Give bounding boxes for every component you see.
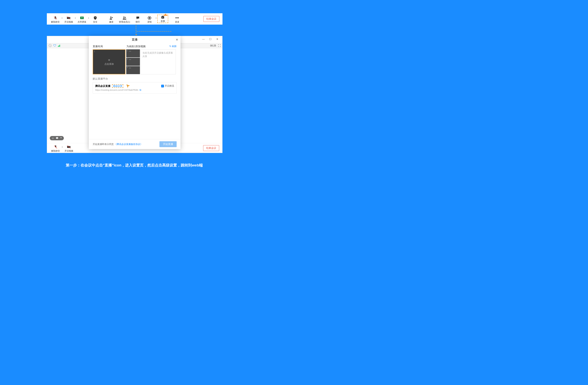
info-icon[interactable]: ⓘ (49, 44, 52, 48)
chat-button[interactable]: 聊天 (132, 15, 143, 23)
modal-title-text: 直播 (132, 38, 138, 41)
layout-slot-3[interactable]: 3••• (126, 58, 140, 66)
agreement-text: 开始直播即表示同意 《腾讯会议直播服务协议》 (93, 143, 143, 146)
mic-muted-icon (53, 145, 58, 149)
security-label: 安全 (93, 21, 97, 23)
terms-link[interactable]: 《腾讯会议直播服务协议》 (114, 143, 143, 146)
live-label: 直播 (161, 20, 165, 23)
refresh-button[interactable]: ↻ 刷新 (169, 45, 177, 48)
chat-icon (135, 16, 140, 20)
invite-icon (109, 16, 114, 20)
svg-rect-12 (67, 146, 69, 148)
camera-off-icon (66, 145, 71, 149)
svg-rect-2 (67, 17, 69, 19)
platform-section-label: 默认直播平台 (93, 77, 177, 81)
signal-icon (58, 45, 60, 47)
step-caption: 第一步：在会议中点击"直播"icon，进入设置页，然后点击高级设置，跳转到web… (0, 163, 269, 168)
mic-muted-icon (53, 16, 58, 20)
window-controls[interactable]: — ☐ ✕ (202, 38, 220, 41)
enable-push-checkbox[interactable]: ✓ 开启推流 (161, 84, 174, 88)
copy-icon[interactable]: ⧉ (140, 89, 141, 91)
start-live-button[interactable]: 开始直播 (159, 141, 177, 147)
svg-point-5 (110, 17, 111, 18)
layout-slot-2[interactable]: 2••• (126, 49, 140, 57)
platform-name: 腾讯会议直播 (95, 85, 110, 87)
fullscreen-icon[interactable]: ⛶ (218, 44, 221, 47)
start-video-button[interactable]: 开启视频 (63, 15, 74, 23)
svg-point-7 (125, 17, 126, 18)
chevron-up-icon[interactable]: ▲ (155, 17, 157, 19)
annotation-arrow (136, 24, 136, 35)
record-button[interactable]: 录制 (144, 15, 155, 23)
share-screen-button[interactable]: 共享屏幕 (77, 15, 87, 23)
emoji-icon[interactable]: ☺ (52, 137, 54, 140)
record-icon (147, 16, 152, 20)
chevron-up-icon[interactable]: ▲ (62, 146, 63, 148)
more-icon: ••• (175, 16, 180, 20)
end-meeting-button[interactable]: 结束会议 (203, 145, 219, 151)
modal-title: 直播 ✕ (89, 36, 181, 43)
unmute-button[interactable]: 解除静音 (50, 15, 61, 23)
toolbar-items: 解除静音 ▲ 开启视频 ▲ 共享屏幕 ▲ 安全 邀请 管理成员(1) 聊天 (50, 15, 183, 23)
video-source-box: 当前无成员开启摄像头或屏幕共享 (141, 49, 176, 74)
svg-point-6 (123, 17, 125, 18)
annotation-arrow (137, 24, 171, 32)
chat-label: 聊天 (136, 21, 140, 23)
platform-row: 腾讯会议直播 高级设置 https://meeting.tencent.com/… (93, 82, 177, 93)
shield-icon (93, 16, 98, 20)
layout-slot-main[interactable]: 1 + 点击添加 (93, 49, 126, 74)
checkbox-checked-icon: ✓ (161, 85, 164, 87)
chevron-up-icon[interactable]: ▲ (61, 17, 63, 19)
add-video-label: 为画面1添加视频 (126, 45, 146, 48)
share-icon (80, 16, 84, 20)
bullet-icon[interactable]: 💬 (56, 137, 59, 140)
meeting-timer: 00:25 (210, 44, 216, 47)
shield-icon[interactable]: 🛡 (53, 44, 56, 47)
unmute-button[interactable]: 解除静音 (50, 144, 61, 152)
more-label: 更多 (175, 21, 179, 23)
unmute-label: 解除静音 (51, 150, 60, 152)
click-add-label: 点击添加 (105, 63, 114, 66)
layout-slot-4[interactable]: 4••• (126, 66, 140, 74)
end-meeting-button[interactable]: 结束会议 (203, 16, 219, 22)
invite-button[interactable]: 邀请 (106, 15, 117, 23)
modal-footer: 开始直播即表示同意 《腾讯会议直播服务协议》 开始直播 (89, 139, 181, 149)
live-settings-modal: 直播 ✕ 直播布局 为画面1添加视频 ↻ 刷新 1 + 点击添加 2••• 3•… (89, 36, 181, 149)
chevron-up-icon[interactable]: ▲ (75, 17, 76, 19)
live-icon (160, 15, 165, 19)
main-toolbar: 解除静音 ▲ 开启视频 ▲ 共享屏幕 ▲ 安全 邀请 管理成员(1) 聊天 (47, 13, 222, 24)
security-button[interactable]: 安全 (90, 15, 101, 23)
start-video-button[interactable]: 开启视频 (63, 144, 74, 152)
live-button[interactable]: 直播 (157, 15, 168, 23)
push-label: 开启推流 (165, 84, 174, 88)
close-icon[interactable]: ✕ (176, 38, 178, 42)
video-label: 开启视频 (64, 21, 73, 23)
camera-off-icon (66, 16, 71, 20)
refresh-text: 刷新 (172, 45, 177, 48)
chevron-down-icon[interactable]: ▼ (60, 137, 62, 140)
chat-pill[interactable]: ☺ 💬 ▼ (50, 136, 64, 140)
record-label: 录制 (147, 21, 152, 23)
advanced-settings-link[interactable]: 高级设置 (112, 84, 123, 88)
layout-label: 直播布局 (93, 45, 103, 48)
members-icon (122, 16, 127, 20)
svg-point-9 (149, 17, 150, 19)
members-label: 管理成员(1) (119, 21, 130, 23)
stream-url: https://meeting.tencent.com/l/7cNTl9aEPR… (95, 89, 138, 91)
more-button[interactable]: ••• 更多 (172, 15, 183, 23)
unmute-label: 解除静音 (51, 21, 60, 23)
chevron-up-icon[interactable]: ▲ (88, 17, 89, 19)
video-label: 开启视频 (64, 150, 73, 152)
share-label: 共享屏幕 (78, 21, 86, 23)
invite-label: 邀请 (109, 21, 113, 23)
manage-members-button[interactable]: 管理成员(1) (118, 15, 131, 23)
